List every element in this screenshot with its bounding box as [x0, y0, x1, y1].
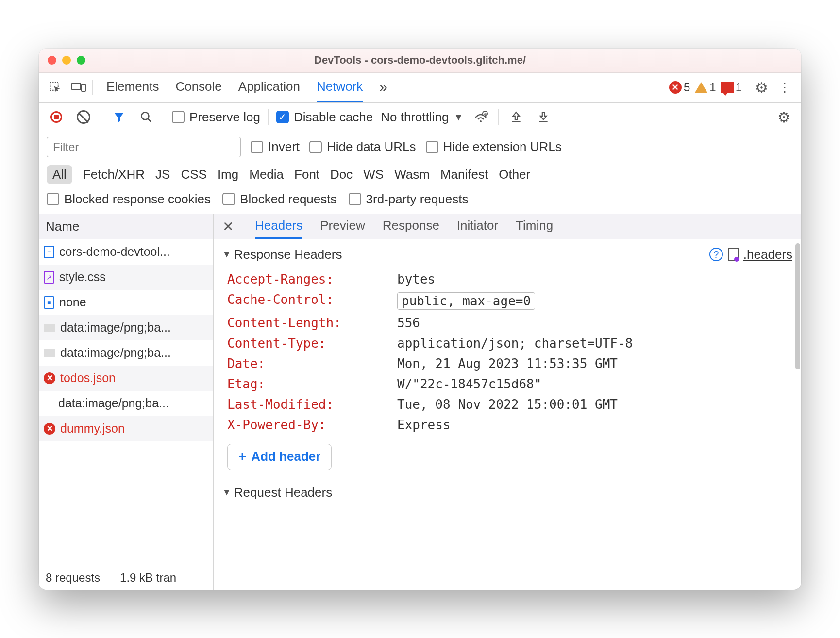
source-link: ? .headers [709, 247, 792, 262]
filter-input[interactable] [47, 137, 241, 157]
settings-icon[interactable]: ⚙ [752, 78, 771, 97]
svg-point-3 [141, 112, 149, 119]
type-ws[interactable]: WS [363, 167, 384, 182]
warnings-badge[interactable]: 1 [695, 81, 716, 94]
response-headers-list: Accept-Ranges:bytesCache-Control:public,… [222, 269, 792, 435]
upload-icon[interactable] [506, 107, 526, 127]
disclose-icon: ▼ [222, 487, 231, 498]
header-name: Etag: [227, 377, 397, 391]
throttling-select[interactable]: No throttling ▼ [381, 110, 463, 125]
type-js[interactable]: JS [155, 167, 170, 182]
disable-cache-checkbox[interactable]: ✓Disable cache [276, 110, 373, 125]
file-icon[interactable] [728, 248, 739, 261]
preserve-log-checkbox[interactable]: Preserve log [172, 110, 260, 125]
dtab-headers[interactable]: Headers [255, 214, 302, 239]
device-icon[interactable] [69, 78, 88, 97]
type-all[interactable]: All [47, 165, 72, 184]
clear-icon[interactable] [74, 107, 93, 127]
header-value: W/"22c-18457c15d68" [397, 377, 541, 391]
tabs-overflow[interactable]: » [379, 73, 387, 102]
header-value: Mon, 21 Aug 2023 11:53:35 GMT [397, 356, 618, 371]
errors-badge[interactable]: ✕5 [669, 81, 690, 94]
download-icon[interactable] [534, 107, 553, 127]
header-value: 556 [397, 316, 420, 330]
divider [110, 571, 110, 585]
doc-icon: ≡ [44, 296, 54, 309]
tab-network[interactable]: Network [317, 73, 363, 102]
inspect-icon[interactable] [46, 78, 65, 97]
type-doc[interactable]: Doc [330, 167, 353, 182]
header-value: Tue, 08 Nov 2022 15:00:01 GMT [397, 397, 618, 412]
request-row[interactable]: data:image/png;ba... [39, 391, 213, 416]
request-row[interactable]: ≡cors-demo-devtool... [39, 239, 213, 265]
dtab-initiator[interactable]: Initiator [457, 214, 498, 239]
blocked-cookies-checkbox[interactable]: Blocked response cookies [47, 192, 211, 207]
request-name: data:image/png;ba... [60, 346, 171, 360]
type-other[interactable]: Other [499, 167, 530, 182]
tab-elements[interactable]: Elements [106, 73, 159, 102]
name-column-header[interactable]: Name [39, 214, 213, 239]
blocked-requests-checkbox[interactable]: Blocked requests [222, 192, 336, 207]
tab-console[interactable]: Console [175, 73, 221, 102]
dtab-timing[interactable]: Timing [516, 214, 553, 239]
header-value[interactable]: public, max-age=0 [397, 292, 535, 310]
header-name: Last-Modified: [227, 397, 397, 412]
scrollbar-thumb[interactable] [795, 243, 800, 369]
response-headers-header[interactable]: ▼ Response Headers ? .headers [222, 247, 792, 262]
close-detail-icon[interactable]: ✕ [218, 218, 237, 235]
header-name: Content-Type: [227, 336, 397, 351]
request-row[interactable]: ≡none [39, 290, 213, 315]
errors-count: 5 [684, 81, 690, 94]
titlebar: DevTools - cors-demo-devtools.glitch.me/ [39, 49, 801, 73]
window-title: DevTools - cors-demo-devtools.glitch.me/ [39, 54, 801, 67]
more-icon[interactable]: ⋮ [775, 78, 794, 97]
hide-data-urls-checkbox[interactable]: Hide data URLs [309, 139, 416, 154]
network-conditions-icon[interactable]: ⚙ [471, 107, 490, 127]
type-fetch[interactable]: Fetch/XHR [83, 167, 145, 182]
type-wasm[interactable]: Wasm [394, 167, 430, 182]
disclose-icon: ▼ [222, 250, 231, 260]
request-list: ≡cors-demo-devtool...↗style.css≡nonedata… [39, 239, 213, 566]
request-headers-section[interactable]: ▼ Request Headers [214, 479, 801, 506]
type-img[interactable]: Img [218, 167, 238, 182]
hide-extension-urls-checkbox[interactable]: Hide extension URLs [426, 139, 562, 154]
transfer-size: 1.9 kB tran [120, 571, 176, 585]
css-icon: ↗ [44, 271, 54, 284]
third-party-checkbox[interactable]: 3rd-party requests [349, 192, 469, 207]
close-icon[interactable] [48, 56, 56, 65]
network-settings-icon[interactable]: ⚙ [774, 107, 793, 127]
type-font[interactable]: Font [294, 167, 319, 182]
header-value: bytes [397, 272, 435, 286]
record-icon[interactable] [47, 107, 66, 127]
zoom-icon[interactable] [77, 56, 85, 65]
header-row: Cache-Control:public, max-age=0 [222, 289, 792, 313]
filter-icon[interactable] [109, 107, 129, 127]
help-icon[interactable]: ? [709, 248, 723, 261]
minimize-icon[interactable] [62, 56, 71, 65]
divider [268, 109, 269, 125]
request-row[interactable]: ✕todos.json [39, 366, 213, 391]
request-name: none [59, 295, 86, 309]
header-name: X-Powered-By: [227, 418, 397, 432]
request-row[interactable]: data:image/png;ba... [39, 340, 213, 366]
img-icon [44, 324, 55, 332]
type-media[interactable]: Media [249, 167, 284, 182]
panel-tabs: Elements Console Application Network » [106, 73, 387, 102]
source-file[interactable]: .headers [743, 247, 792, 262]
type-manifest[interactable]: Manifest [440, 167, 488, 182]
add-header-button[interactable]: + Add header [227, 444, 332, 470]
tab-application[interactable]: Application [238, 73, 300, 102]
request-row[interactable]: ✕dummy.json [39, 416, 213, 441]
dtab-preview[interactable]: Preview [320, 214, 365, 239]
errx-icon: ✕ [44, 423, 55, 435]
request-row[interactable]: ↗style.css [39, 265, 213, 290]
issues-badge[interactable]: 1 [721, 81, 742, 94]
request-row[interactable]: data:image/png;ba... [39, 315, 213, 340]
dtab-response[interactable]: Response [383, 214, 439, 239]
search-icon[interactable] [136, 107, 156, 127]
header-row: X-Powered-By:Express [222, 415, 792, 435]
request-list-pane: Name ≡cors-demo-devtool...↗style.css≡non… [39, 214, 214, 590]
invert-checkbox[interactable]: Invert [251, 139, 300, 154]
type-css[interactable]: CSS [181, 167, 206, 182]
detail-tabs: ✕ Headers Preview Response Initiator Tim… [214, 214, 801, 239]
